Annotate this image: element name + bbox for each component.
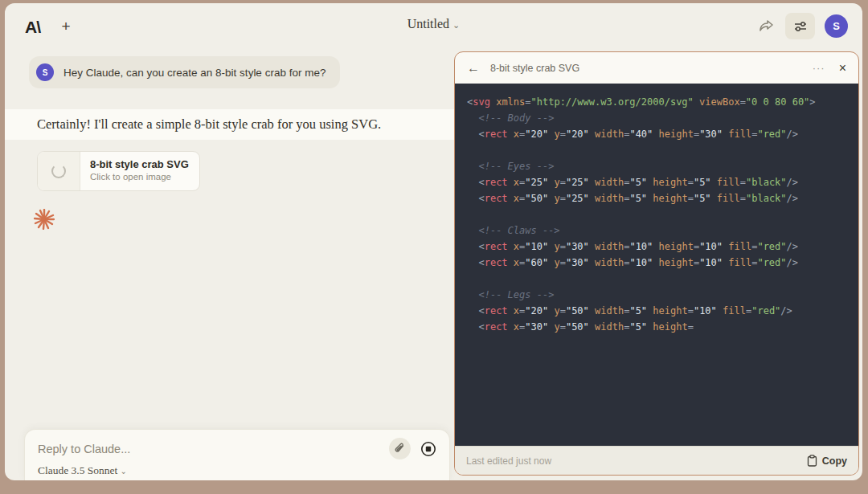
code-line: <rect x="20" y="20" width="40" height="3… — [467, 126, 852, 142]
code-line: <!-- Eyes --> — [467, 158, 852, 174]
clipboard-icon — [807, 455, 817, 467]
conversation-title-dropdown[interactable]: Untitled⌄ — [5, 17, 862, 31]
model-selector[interactable]: Claude 3.5 Sonnet⌄ — [25, 459, 449, 477]
artifact-panel-footer: Last edited just now Copy — [455, 446, 858, 475]
artifact-card-subtitle: Click to open image — [90, 172, 189, 182]
code-line — [467, 206, 852, 223]
controls-button[interactable] — [785, 13, 815, 39]
back-button[interactable]: ← — [467, 61, 480, 76]
claude-app-window: A\ + Untitled⌄ S S Hey Claude, can you c… — [5, 3, 862, 480]
artifact-panel: ← 8-bit style crab SVG ··· × <svg xmlns=… — [454, 51, 859, 476]
chat-pane: S Hey Claude, can you create an 8-bit st… — [5, 48, 455, 480]
code-line: <!-- Legs --> — [467, 287, 852, 303]
user-message-bubble: S Hey Claude, can you create an 8-bit st… — [29, 56, 340, 88]
code-line: <svg xmlns="http://www.w3.org/2000/svg" … — [467, 94, 852, 110]
code-line: <!-- Body --> — [467, 110, 852, 126]
artifact-card-body: 8-bit style crab SVG Click to open image — [80, 152, 197, 190]
code-line — [467, 142, 852, 158]
code-editor[interactable]: <svg xmlns="http://www.w3.org/2000/svg" … — [455, 84, 858, 446]
assistant-message-text: Certainly! I'll create a simple 8-bit st… — [37, 116, 436, 133]
chevron-down-icon: ⌄ — [452, 20, 460, 30]
close-panel-button[interactable]: × — [839, 61, 846, 76]
user-message-row: S Hey Claude, can you create an 8-bit st… — [29, 56, 455, 88]
share-icon — [759, 19, 774, 33]
chevron-down-icon: ⌄ — [120, 467, 126, 476]
loading-spinner-icon — [51, 164, 66, 178]
code-line: <!-- Claws --> — [467, 223, 852, 239]
code-line: <rect x="30" y="50" width="5" height= — [467, 319, 852, 335]
assistant-message: Certainly! I'll create a simple 8-bit st… — [5, 109, 455, 140]
artifact-panel-header: ← 8-bit style crab SVG ··· × — [455, 52, 858, 84]
code-line: <rect x="50" y="25" width="5" height="5"… — [467, 190, 852, 206]
copy-button[interactable]: Copy — [807, 455, 847, 467]
top-bar: A\ + Untitled⌄ S — [5, 3, 862, 48]
composer-input-row: Reply to Claude... — [25, 430, 449, 459]
model-name: Claude 3.5 Sonnet — [38, 464, 117, 476]
reply-composer: Reply to Claude... Claude 3.5 Sonnet⌄ — [24, 429, 450, 480]
paperclip-icon — [394, 443, 406, 455]
code-line: <rect x="10" y="30" width="10" height="1… — [467, 239, 852, 255]
user-message-avatar: S — [36, 63, 54, 81]
stop-icon — [420, 441, 436, 457]
stop-button[interactable] — [419, 439, 438, 459]
reply-input[interactable]: Reply to Claude... — [38, 443, 389, 455]
artifact-card[interactable]: 8-bit style crab SVG Click to open image — [37, 151, 200, 191]
attach-button[interactable] — [389, 438, 411, 459]
code-line: <rect x="20" y="50" width="5" height="10… — [467, 303, 852, 319]
user-message-text: Hey Claude, can you create an 8-bit styl… — [63, 67, 326, 79]
artifact-card-thumbnail — [38, 152, 80, 190]
last-edited-status: Last edited just now — [466, 455, 807, 467]
artifact-panel-title: 8-bit style crab SVG — [490, 63, 802, 74]
top-actions: S — [756, 13, 848, 39]
artifact-card-title: 8-bit style crab SVG — [90, 158, 189, 170]
code-line: <rect x="25" y="25" width="5" height="5"… — [467, 174, 852, 190]
user-avatar[interactable]: S — [825, 14, 848, 38]
share-button[interactable] — [756, 17, 776, 36]
sliders-icon — [793, 20, 808, 33]
claude-generating-starburst-icon — [34, 209, 55, 230]
conversation-title: Untitled — [407, 17, 449, 31]
code-line — [467, 271, 852, 287]
copy-button-label: Copy — [822, 455, 847, 467]
more-options-button[interactable]: ··· — [813, 62, 825, 74]
code-line: <rect x="60" y="30" width="10" height="1… — [467, 255, 852, 271]
